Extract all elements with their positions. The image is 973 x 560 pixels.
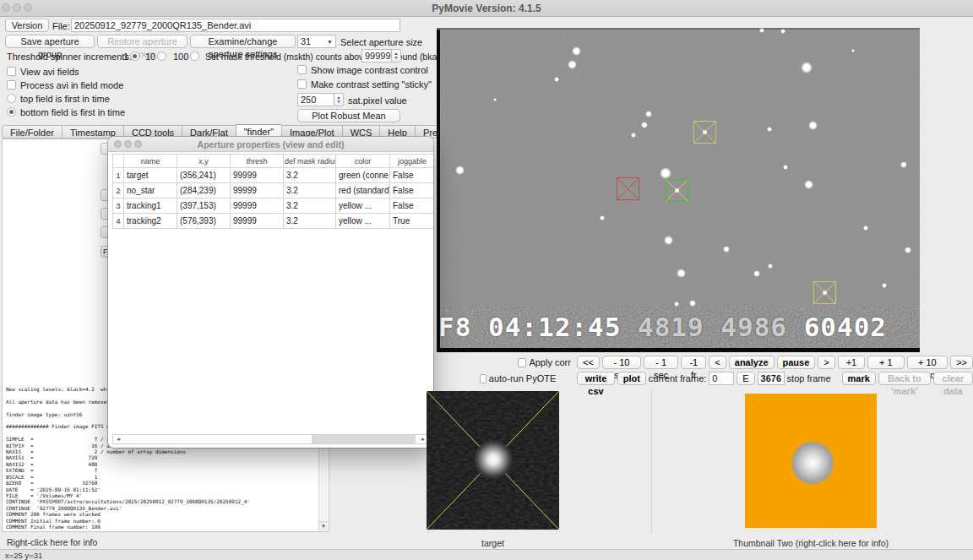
write-csv-button[interactable]: write csv (577, 372, 614, 385)
nav-button-1sec[interactable]: - 1 sec (644, 356, 678, 369)
plot-robust-mean-button[interactable]: Plot Robust Mean (297, 109, 400, 122)
table-row[interactable]: 3tracking1(397,153)999993.2yellow ...Fal… (113, 198, 434, 214)
image-info-label[interactable]: Right-click here for info (7, 537, 97, 547)
process-avi-field-mode-label: Process avi in field mode (20, 80, 123, 90)
nav-button-plus1sec[interactable]: + 1 sec (867, 356, 904, 369)
cell-color[interactable]: yellow ... (336, 214, 390, 229)
apply-corr-checkbox[interactable] (518, 358, 526, 367)
view-avi-fields-checkbox[interactable] (7, 67, 16, 76)
aperture-size-combobox[interactable]: 31 ▼ (297, 35, 336, 48)
inc-10-radio[interactable] (157, 52, 166, 61)
cell-joggable[interactable]: False (390, 198, 434, 214)
nav-button-plus10sec[interactable]: + 10 sec (907, 356, 949, 369)
sat-pixel-spinner-arrows[interactable]: ▲▼ (334, 93, 344, 106)
e-button[interactable]: E (737, 372, 754, 385)
cell-joggable[interactable]: False (390, 168, 434, 183)
nav-button-1fr[interactable]: -1 fr (681, 356, 706, 369)
mark-button[interactable]: mark (842, 372, 876, 385)
cell-radius[interactable]: 3.2 (284, 168, 336, 183)
nav-button-fwdfwd[interactable]: >> (950, 356, 973, 369)
nav-button-back[interactable]: < (709, 356, 726, 369)
file-path-field[interactable]: 20250912_92779_2000QR135_Bender.avi (71, 19, 400, 32)
aperture-table[interactable]: namex,ythreshdef mask radiuscolorjoggabl… (112, 154, 433, 229)
inc-100-radio[interactable] (190, 52, 199, 61)
cell-color[interactable]: red (standard) (336, 183, 390, 198)
cell-num[interactable]: 1 (113, 168, 124, 183)
cell-xy[interactable]: (356,241) (177, 168, 231, 183)
inc-100-label: 100 (173, 52, 188, 62)
column-header-color[interactable]: color (336, 155, 390, 168)
nav-button-analyze[interactable]: analyze (729, 356, 775, 369)
cell-thresh[interactable]: 99999 (231, 168, 284, 183)
cell-xy[interactable]: (397,153) (177, 198, 231, 214)
cell-color[interactable]: yellow ... (336, 198, 390, 214)
aperture-no_star[interactable] (617, 177, 639, 200)
sat-pixel-spinbox[interactable]: 250 (297, 93, 334, 106)
column-header-thresh[interactable]: thresh (231, 155, 284, 168)
aperture-tracking2[interactable] (813, 281, 836, 304)
csv-mark-row: auto-run PyOTE write csv plot current fr… (480, 372, 973, 385)
column-header-x,y[interactable]: x,y (177, 155, 231, 168)
cell-joggable[interactable]: False (390, 183, 434, 198)
auto-run-pyote-checkbox[interactable] (480, 374, 486, 383)
nav-button-10sec[interactable]: - 10 sec (602, 356, 641, 369)
nav-button-plus1fr[interactable]: +1 fr (838, 356, 865, 369)
aperture-target[interactable] (666, 179, 688, 202)
tab-file-folder[interactable]: File/Folder (2, 125, 62, 139)
column-header-def mask radius[interactable]: def mask radius (284, 155, 336, 168)
top-field-first-radio[interactable] (7, 94, 16, 103)
dialog-titlebar[interactable]: Aperture properties (view and edit) (108, 137, 433, 152)
cell-thresh[interactable]: 99999 (231, 198, 284, 214)
cell-name[interactable]: target (124, 168, 177, 183)
column-header-name[interactable]: name (124, 155, 177, 168)
cell-thresh[interactable]: 99999 (231, 183, 284, 198)
column-header-blank[interactable] (113, 155, 124, 168)
table-row[interactable]: 1target(356,241)999993.2green (conne...F… (113, 168, 434, 183)
cell-xy[interactable]: (576,393) (177, 214, 231, 229)
cell-num[interactable]: 3 (113, 198, 124, 214)
cell-joggable[interactable]: True (390, 214, 434, 229)
restore-aperture-group-button[interactable]: Restore aperture group (97, 35, 188, 48)
sticky-contrast-checkbox[interactable] (297, 79, 307, 89)
scroll-down-arrow-icon[interactable]: ▼ (319, 521, 328, 531)
main-image-view[interactable]: F8 04:12:45 4819 4986 60402 (437, 28, 920, 352)
cell-num[interactable]: 4 (113, 214, 124, 229)
bottom-field-first-radio[interactable] (7, 107, 16, 117)
scroll-left-arrow-icon[interactable]: ◂ (113, 435, 123, 443)
cell-radius[interactable]: 3.2 (284, 214, 336, 229)
cell-num[interactable]: 2 (113, 183, 124, 198)
cell-thresh[interactable]: 99999 (231, 214, 284, 229)
back-to-mark-button[interactable]: Back to 'mark' (878, 372, 931, 385)
nav-button-backback[interactable]: << (577, 356, 600, 369)
show-contrast-checkbox[interactable] (297, 65, 307, 74)
aperture-size-label: Select aperture size (340, 37, 422, 47)
save-aperture-group-button[interactable]: Save aperture group (5, 35, 95, 48)
cell-radius[interactable]: 3.2 (284, 198, 336, 214)
stop-frame-field[interactable]: 3676 (758, 372, 785, 385)
table-row[interactable]: 4tracking2(576,393)999993.2yellow ...Tru… (113, 214, 434, 229)
dialog-horizontal-scrollbar[interactable]: ◂ ▸ (112, 434, 429, 444)
examine-aperture-settings-button[interactable]: Examine/change aperture settings (190, 35, 296, 48)
mask-threshold-spinbox[interactable]: 99999 (361, 49, 392, 63)
cell-radius[interactable]: 3.2 (284, 183, 336, 198)
cell-color[interactable]: green (conne... (336, 168, 390, 183)
scrollbar-thumb[interactable] (312, 435, 416, 443)
cell-name[interactable]: tracking1 (124, 198, 177, 214)
target-thumbnail[interactable] (427, 391, 559, 530)
current-frame-field[interactable]: 0 (709, 372, 734, 385)
clear-data-button[interactable]: clear data (933, 372, 973, 385)
cell-name[interactable]: no_star (124, 183, 177, 198)
mask-threshold-spinner-arrows[interactable]: ▲▼ (391, 49, 401, 63)
nav-button-fwd[interactable]: > (818, 356, 834, 369)
thumbnail-two[interactable] (745, 394, 877, 528)
aperture-tracking1[interactable] (693, 121, 716, 144)
plot-button[interactable]: plot (617, 372, 646, 385)
nav-button-pause[interactable]: pause (777, 356, 816, 369)
table-row[interactable]: 2no_star(284,239)999993.2red (standard)F… (113, 183, 434, 198)
cell-name[interactable]: tracking2 (124, 214, 177, 229)
process-avi-field-mode-checkbox[interactable] (7, 80, 16, 90)
inc-1-radio[interactable] (130, 52, 139, 61)
cell-xy[interactable]: (284,239) (177, 183, 231, 198)
version-info-button[interactable]: Version Info (5, 19, 49, 32)
column-header-joggable[interactable]: joggable (390, 155, 434, 168)
